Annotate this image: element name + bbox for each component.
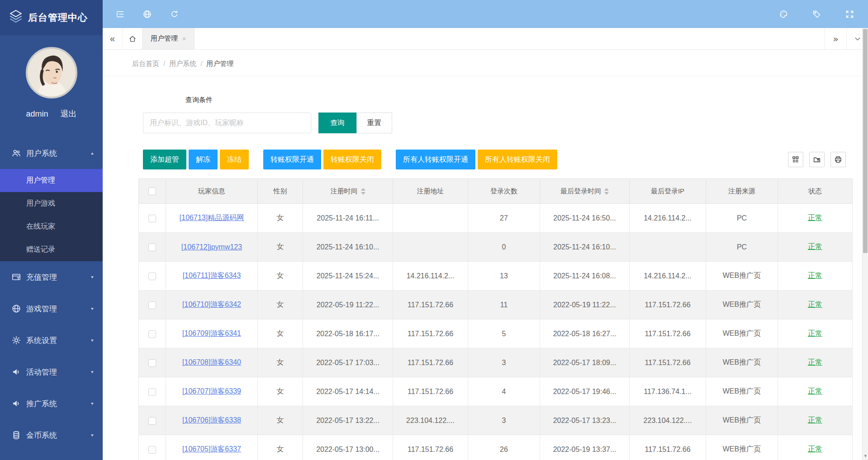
breadcrumb-item: 用户管理: [206, 60, 233, 67]
refresh-icon[interactable]: [170, 9, 179, 19]
table-row: [106712]jpymw123女2025-11-24 16:10...0202…: [139, 233, 853, 262]
player-link[interactable]: [106709]游客6341: [182, 329, 241, 337]
sidebar-item-user-system[interactable]: 用户系统▲: [0, 137, 103, 169]
player-link[interactable]: [106712]jpymw123: [181, 243, 242, 251]
table-cell: 2022-05-19 13:37...: [540, 435, 630, 460]
status-link[interactable]: 正常: [808, 358, 822, 366]
breadcrumb-separator: /: [163, 60, 165, 67]
transfer-permission-close-button[interactable]: 转账权限关闭: [323, 150, 381, 169]
breadcrumb-item[interactable]: 后台首页: [132, 60, 159, 67]
sidebar-subitem-gift-records[interactable]: 赠送记录: [0, 238, 103, 261]
player-link[interactable]: [106707]游客6339: [182, 387, 241, 395]
row-checkbox[interactable]: [148, 330, 156, 338]
column-header[interactable]: 注册时间: [303, 179, 393, 204]
tag-icon[interactable]: [812, 9, 821, 19]
sidebar-subitem-user-games[interactable]: 用户游戏: [0, 192, 103, 215]
player-link[interactable]: [106706]游客6338: [182, 416, 241, 424]
sidebar-item-game-management[interactable]: 游戏管理▼: [0, 293, 103, 324]
avatar[interactable]: [26, 47, 77, 99]
column-header[interactable]: 最后登录时间: [540, 179, 630, 204]
query-button[interactable]: 查询: [318, 113, 356, 133]
chevron-up-icon: ▲: [90, 151, 95, 155]
status-link[interactable]: 正常: [808, 300, 822, 308]
table-cell: WEB推广页: [706, 435, 778, 460]
column-header: 注册来源: [706, 179, 778, 204]
fullscreen-icon[interactable]: [845, 9, 854, 19]
logout-link[interactable]: 退出: [61, 109, 77, 118]
row-checkbox[interactable]: [148, 244, 156, 251]
table-cell: 14.216.114.2...: [630, 204, 706, 233]
status-link[interactable]: 正常: [808, 387, 822, 395]
row-checkbox[interactable]: [148, 388, 156, 396]
player-link[interactable]: [106710]游客6342: [182, 300, 241, 308]
tab-user-management[interactable]: 用户管理 ×: [142, 28, 194, 49]
add-super-admin-button[interactable]: 添加超管: [143, 150, 186, 169]
sort-icon[interactable]: [604, 188, 609, 195]
sidebar-subitem-online-players[interactable]: 在线玩家: [0, 215, 103, 238]
app-title: 后台管理中心: [28, 11, 88, 24]
sidebar-item-activity-management[interactable]: 活动管理▼: [0, 356, 103, 388]
collapse-menu-icon[interactable]: [115, 9, 125, 19]
player-link[interactable]: [106705]游客6337: [182, 445, 241, 453]
table-cell: WEB推广页: [706, 291, 778, 319]
sidebar-item-promotion-system[interactable]: 推广系统▼: [0, 388, 103, 419]
transfer-permission-open-button[interactable]: 转账权限开通: [263, 150, 321, 169]
table-cell: 2025-11-24 16:11...: [303, 204, 393, 233]
status-link[interactable]: 正常: [808, 214, 822, 221]
table-cell: 13: [468, 262, 540, 291]
tabs-scroll-right-button[interactable]: »: [825, 28, 846, 49]
sidebar-item-recharge-management[interactable]: 充值管理▼: [0, 261, 103, 293]
row-checkbox[interactable]: [148, 272, 156, 280]
table-row: [106706]游客6338女2022-05-17 13:22...223.10…: [139, 406, 853, 435]
status-link[interactable]: 正常: [808, 272, 822, 279]
player-link[interactable]: [106711]游客6343: [183, 272, 241, 279]
tab-close-icon[interactable]: ×: [182, 35, 186, 42]
status-link[interactable]: 正常: [808, 329, 822, 337]
search-input[interactable]: [143, 113, 311, 133]
chevron-down-icon: ▼: [90, 338, 95, 343]
table-cell: 27: [468, 204, 540, 233]
scrollbar-thumb[interactable]: [863, 29, 868, 253]
tabs-scroll-left-button[interactable]: «: [103, 28, 123, 49]
table-cell: WEB推广页: [706, 348, 778, 377]
breadcrumb-item[interactable]: 用户系统: [169, 60, 196, 67]
all-transfer-permission-close-button[interactable]: 所有人转账权限关闭: [478, 150, 557, 169]
sidebar-item-gold-coin-system[interactable]: 金币系统▼: [0, 419, 103, 451]
scrollbar-down-arrow-icon[interactable]: ▼: [863, 454, 868, 458]
home-tab-icon[interactable]: [123, 28, 142, 49]
unfreeze-button[interactable]: 解冻: [189, 150, 218, 169]
reset-button[interactable]: 重置: [356, 113, 392, 133]
status-link[interactable]: 正常: [808, 416, 822, 424]
row-checkbox[interactable]: [148, 215, 156, 222]
print-icon[interactable]: [830, 152, 846, 167]
all-transfer-permission-open-button[interactable]: 所有人转账权限开通: [396, 150, 475, 169]
player-link[interactable]: [106713]精品源码网: [180, 214, 244, 221]
sort-icon[interactable]: [361, 188, 365, 195]
export-icon[interactable]: [809, 152, 825, 167]
table-cell: 2022-05-19 11:22...: [540, 291, 630, 319]
table-cell: PC: [706, 233, 778, 262]
table-cell: 117.151.72.66: [393, 319, 468, 348]
vertical-scrollbar[interactable]: ▼: [862, 28, 868, 460]
chevron-down-icon: ▼: [90, 433, 95, 437]
select-all-checkbox[interactable]: [148, 188, 156, 195]
tabbar: « 用户管理 × »: [103, 28, 868, 50]
status-link[interactable]: 正常: [808, 445, 822, 453]
row-checkbox[interactable]: [148, 417, 156, 425]
palette-icon[interactable]: [779, 9, 788, 19]
freeze-button[interactable]: 冻结: [220, 150, 249, 169]
sidebar-item-system-settings[interactable]: 系统设置▼: [0, 324, 103, 356]
player-link[interactable]: [106708]游客6340: [182, 358, 241, 366]
globe-icon[interactable]: [142, 9, 152, 19]
table-cell: WEB推广页: [706, 262, 778, 291]
row-checkbox[interactable]: [148, 359, 156, 367]
row-checkbox[interactable]: [148, 446, 156, 454]
sidebar-item-label: 推广系统: [26, 399, 90, 409]
globe-icon: [11, 304, 21, 314]
status-link[interactable]: 正常: [808, 243, 822, 250]
table-cell: 26: [468, 435, 540, 460]
row-checkbox[interactable]: [148, 301, 156, 309]
sidebar-subitem-user-management[interactable]: 用户管理: [0, 169, 103, 192]
columns-icon[interactable]: [788, 152, 803, 167]
table-cell: 2022-05-19 11:22...: [303, 291, 393, 319]
